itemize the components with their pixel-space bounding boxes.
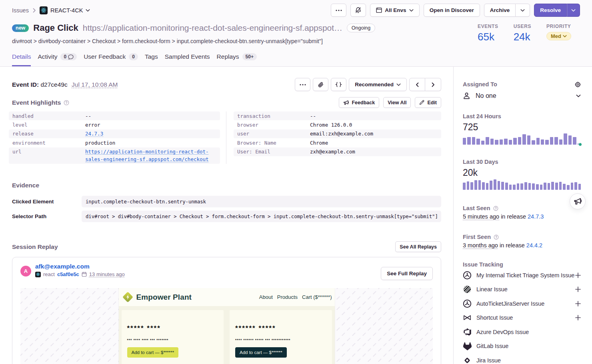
archive-button[interactable]: Archive (484, 4, 516, 17)
see-all-replays-button[interactable]: See All Replays (395, 241, 441, 252)
last-24h-chart[interactable] (463, 133, 581, 145)
assignee-selector[interactable]: No one (463, 92, 581, 99)
highlight-value-link[interactable]: 24.7.3 (85, 131, 103, 137)
priority-dropdown[interactable]: Med (546, 32, 571, 40)
resolve-button[interactable]: Resolve (534, 4, 567, 17)
issue-tracking-item[interactable]: Linear Issue (463, 282, 581, 297)
highlight-value-link[interactable]: https://application-monitoring-react-dot… (85, 149, 209, 162)
event-sort-dropdown[interactable]: Recommended (349, 78, 407, 91)
last-seen-infix: in release (501, 213, 526, 220)
highlight-value[interactable]: https://application-monitoring-react-dot… (85, 147, 220, 164)
users-count[interactable]: 24k (514, 32, 530, 42)
last-30d-chart[interactable] (463, 179, 581, 190)
event-date[interactable]: Jul 17, 10:08 AM (72, 81, 118, 88)
issue-sidebar: Assigned To No one Last 24 Hours 725 (453, 67, 592, 364)
issue-tracking-item[interactable]: GitLab Issue (463, 339, 581, 354)
substatus-badge: Ongoing (347, 24, 375, 32)
tab-tags[interactable]: Tags (145, 53, 158, 66)
chart-bar (536, 184, 539, 190)
last-seen-help-icon[interactable] (493, 206, 498, 211)
first-seen-ago[interactable]: 3 months ago (463, 242, 498, 249)
resolve-dropdown-button[interactable] (567, 4, 580, 17)
event-more-button[interactable] (295, 78, 310, 91)
feedback-fab-button[interactable] (570, 193, 586, 209)
last-seen-ago[interactable]: 5 minutes ago (463, 213, 499, 220)
replay-preview[interactable]: Empower Plant AboutProductsCart ($******… (20, 288, 433, 364)
edit-highlights-button[interactable]: Edit (415, 97, 441, 108)
previous-event-button[interactable] (409, 78, 425, 91)
issue-tracking-item[interactable]: AutoTicketJiraServer Issue (463, 296, 581, 311)
issue-tracking-item-label: Linear Issue (476, 286, 574, 292)
site-nav-link: Cart ($******) (302, 294, 332, 300)
issue-tracking-item[interactable]: Jira Issue (463, 353, 581, 364)
stat-column: EVENTS 65k (478, 24, 498, 42)
first-seen-label: First Seen (463, 234, 491, 240)
issue-tracking-item[interactable]: My Internal Ticket Triage System Issue (463, 268, 581, 282)
tab-activity[interactable]: Activity0 (38, 53, 77, 66)
feedback-button[interactable]: Feedback (339, 97, 379, 108)
site-product-card: ***** ******* **** **** *** *******Add t… (122, 310, 224, 364)
first-seen-help-icon[interactable] (494, 235, 499, 240)
tab-sampled-events[interactable]: Sampled Events (165, 53, 210, 66)
first-seen-release-link[interactable]: 24.4.2 (526, 242, 542, 249)
tab-replays[interactable]: Replays50+ (217, 53, 257, 66)
replay-id-link[interactable]: c5af0e5c (57, 271, 79, 277)
chart-bar (470, 182, 473, 190)
highlight-value[interactable]: 24.7.3 (85, 129, 106, 138)
replay-time-ago[interactable]: 13 minutes ago (89, 271, 125, 277)
view-all-button[interactable]: View All (383, 97, 411, 108)
add-issue-link-icon[interactable] (574, 286, 581, 292)
chart-bar (490, 181, 492, 190)
chart-bar (494, 179, 496, 190)
attachments-button[interactable] (313, 78, 328, 91)
chart-bar (500, 139, 503, 145)
see-full-replay-button[interactable]: See Full Replay (381, 267, 433, 280)
add-issue-link-icon[interactable] (574, 315, 581, 320)
chart-bar (501, 182, 504, 190)
more-options-button[interactable] (331, 4, 346, 17)
react-project-icon-small (35, 272, 41, 277)
breadcrumb-project[interactable]: REACT-4CK (40, 6, 90, 14)
replay-user-link[interactable]: afk@example.com (35, 263, 125, 270)
add-issue-link-icon[interactable] (574, 273, 581, 278)
event-header-row: Event ID: d27ce49c Jul 17, 10:08 AM (12, 78, 441, 91)
tab-details[interactable]: Details (12, 53, 31, 66)
event-highlights-title: Event Highlights (12, 99, 69, 108)
json-button[interactable] (331, 78, 346, 91)
archive-dropdown-button[interactable] (516, 4, 530, 17)
assignee-settings-gear-icon[interactable] (575, 82, 581, 88)
environment-selector-button[interactable]: All Envs (370, 4, 419, 17)
breadcrumb-issues-link[interactable]: Issues (12, 7, 29, 14)
breadcrumb-project-label: REACT-4CK (50, 7, 83, 14)
events-count[interactable]: 65k (478, 32, 494, 42)
replay-meta: react c5af0e5c 13 minutes ago (35, 271, 125, 277)
issue-tracking-item[interactable]: Azure DevOps Issue (463, 325, 581, 339)
highlight-key: level (9, 120, 85, 129)
tab-user-feedback[interactable]: User Feedback0 (84, 53, 138, 66)
site-product-description: **** ****** ***** *** *********** (235, 338, 326, 342)
add-issue-link-icon[interactable] (574, 301, 581, 306)
highlight-value: production (85, 138, 118, 147)
last-seen-release-link[interactable]: 24.7.3 (528, 213, 544, 220)
open-in-discover-button[interactable]: Open in Discover (424, 4, 480, 17)
help-icon[interactable] (64, 100, 69, 105)
replay-card-top: A afk@example.com react c5af0e5c (20, 263, 433, 280)
tab-badge: 50+ (242, 53, 257, 60)
highlight-value: zxh@example.com (310, 147, 358, 156)
chart-bar (481, 141, 484, 145)
chart-bar (548, 183, 550, 190)
mute-alerts-button[interactable] (350, 4, 366, 17)
issue-details-page: Issues REACT-4CK (0, 0, 592, 364)
highlight-row: levelerror (9, 120, 220, 129)
tab-badge: 0 (60, 53, 77, 60)
chart-bar (509, 185, 512, 190)
next-event-button[interactable] (425, 78, 441, 91)
issue-tracking-item[interactable]: Shortcut Issue (463, 311, 581, 325)
chart-bar (522, 134, 526, 145)
chart-bar (476, 139, 480, 145)
project-chevron-down-icon (86, 9, 90, 12)
shortcut-icon (463, 313, 472, 322)
chart-bar (513, 138, 516, 145)
chart-bar (573, 137, 576, 145)
chart-bar (554, 137, 558, 145)
